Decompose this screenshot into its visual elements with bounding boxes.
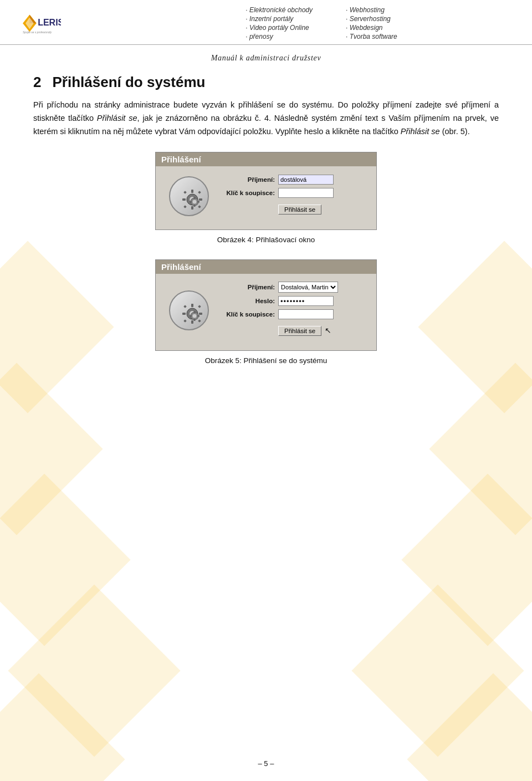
form-row-prijmeni-5: Příjmení: Dostalová, Martina	[220, 282, 365, 293]
svg-rect-14	[198, 205, 201, 208]
svg-rect-36	[197, 315, 200, 317]
login-form-5: Příjmení: Dostalová, Martina Heslo: ••••…	[220, 282, 365, 339]
figure-4-container: Přihlášení	[33, 152, 499, 246]
svg-rect-29	[183, 319, 187, 323]
select-prijmeni[interactable]: Dostalová, Martina	[278, 282, 338, 293]
login-form-4: Příjmení: Klíč k soupisce: Přihlásit se	[220, 175, 365, 218]
svg-rect-26	[199, 313, 202, 315]
logo: LERIS Spojte se s profesionály	[17, 7, 127, 40]
input-klic[interactable]	[278, 188, 334, 198]
figure-4-caption: Obrázek 4: Přihlašovací okno	[217, 236, 315, 244]
figure-4-title: Přihlášení	[156, 152, 376, 166]
figure-5-container: Přihlášení	[33, 259, 499, 367]
svg-rect-28	[198, 305, 201, 308]
input-prijmeni[interactable]	[278, 175, 334, 185]
svg-rect-30	[198, 319, 201, 323]
gear-icon-area	[167, 174, 211, 218]
nav-item: Video portály Online	[245, 23, 313, 32]
page-header: LERIS Spojte se s profesionály Elektroni…	[0, 0, 532, 45]
nav-item: Tvorba software	[346, 32, 397, 41]
nav-item: přenosy	[245, 32, 313, 41]
svg-text:Spojte se s profesionály: Spojte se s profesionály	[23, 31, 52, 34]
svg-rect-9	[182, 198, 186, 201]
btn-prihlasit-5[interactable]: Přihlásit se	[278, 326, 321, 336]
form-row-btn-5: Přihlásit se ↖	[220, 323, 365, 336]
cursor-icon: ↖	[325, 326, 331, 335]
logo-image: LERIS Spojte se s profesionály	[17, 7, 61, 40]
nav-col-2: Webhosting Serverhosting Webdesign Tvorb…	[346, 6, 397, 41]
svg-rect-17	[194, 197, 196, 199]
svg-rect-23	[191, 304, 193, 307]
svg-rect-13	[183, 205, 187, 208]
svg-rect-11	[183, 191, 187, 194]
nav-col-1: Elektronické obchody Inzertní portály Vi…	[245, 6, 313, 41]
form-row-klic-5: Klíč k soupisce:	[220, 309, 365, 319]
svg-rect-34	[194, 319, 196, 321]
svg-text:LERIS: LERIS	[38, 18, 61, 27]
svg-rect-27	[183, 305, 187, 308]
label-prijmeni: Příjmení:	[220, 176, 278, 183]
gear-icon	[175, 182, 203, 211]
form-row-btn: Přihlásit se	[220, 201, 365, 215]
svg-rect-24	[191, 320, 193, 324]
svg-point-32	[193, 314, 197, 318]
nav-item: Webdesign	[346, 23, 397, 32]
svg-rect-33	[194, 311, 196, 313]
btn-prihlasit-4[interactable]: Přihlásit se	[278, 205, 321, 215]
figure-5-screenshot: Přihlášení	[155, 259, 377, 351]
label-klic-5: Klíč k soupisce:	[220, 311, 278, 318]
form-row-heslo: Heslo: ••••••••	[220, 296, 365, 306]
nav-item: Serverhosting	[346, 14, 397, 23]
document-subtitle: Manuál k administraci družstev	[0, 45, 532, 68]
svg-rect-18	[194, 205, 196, 207]
gear-circle-2	[169, 290, 209, 330]
svg-rect-8	[191, 206, 193, 210]
header-nav: Elektronické obchody Inzertní portály Vi…	[127, 6, 515, 41]
gear-circle	[169, 176, 209, 216]
svg-rect-10	[199, 198, 202, 201]
form-row-prijmeni: Příjmení:	[220, 175, 365, 185]
figure-4-screenshot: Přihlášení	[155, 152, 377, 230]
input-klic-5[interactable]	[278, 309, 334, 319]
form-row-klic: Klíč k soupisce:	[220, 188, 365, 198]
section-number: 2	[33, 74, 41, 90]
gear-icon-area-2	[167, 288, 211, 333]
gear-icon-2	[175, 296, 203, 325]
svg-point-16	[193, 200, 197, 203]
svg-rect-20	[197, 201, 200, 202]
password-field: ••••••••	[278, 296, 334, 306]
nav-item: Inzertní portály	[245, 14, 313, 23]
body-paragraph: Při příchodu na stránky administrace bud…	[33, 99, 499, 139]
main-content: 2Přihlášení do systému Při příchodu na s…	[0, 68, 532, 395]
svg-rect-19	[190, 201, 192, 202]
page-number: – 5 –	[258, 759, 274, 768]
figure-5-title: Přihlášení	[156, 260, 376, 274]
svg-rect-7	[191, 190, 193, 193]
nav-item: Elektronické obchody	[245, 6, 313, 14]
svg-rect-25	[182, 313, 186, 315]
label-heslo: Heslo:	[220, 298, 278, 304]
label-klic: Klíč k soupisce:	[220, 190, 278, 196]
label-prijmeni-5: Příjmení:	[220, 284, 278, 290]
section-title: 2Přihlášení do systému	[33, 74, 499, 91]
page-footer: – 5 –	[0, 759, 532, 768]
svg-rect-12	[198, 191, 201, 194]
nav-item: Webhosting	[346, 6, 397, 14]
figure-5-caption: Obrázek 5: Přihlášení se do systému	[205, 356, 328, 365]
svg-rect-35	[190, 315, 192, 317]
